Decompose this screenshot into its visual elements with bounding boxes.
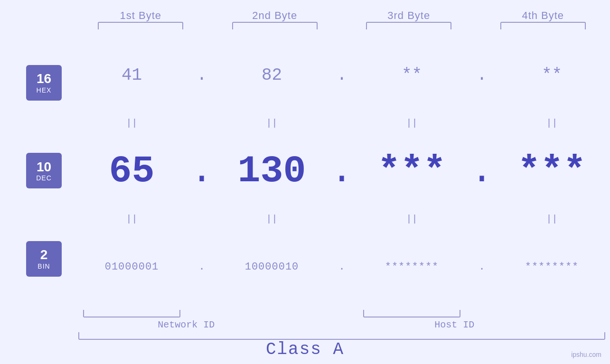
bracket-line-1 (98, 22, 183, 29)
hex-val1-cell: 41 (74, 65, 190, 85)
dec-row: 65 . 130 . *** . *** (74, 130, 610, 212)
hex-val2-cell: 82 (214, 65, 330, 85)
dec-val3-cell: *** (354, 149, 470, 193)
bin-dot1: . (190, 261, 214, 273)
big-bottom-bracket (78, 332, 605, 340)
sub-bracket-spacer3 (470, 310, 494, 317)
eq1-cell4: || (494, 118, 610, 129)
hex-dot3: . (470, 65, 494, 85)
sub-bracket-spacer2 (330, 310, 354, 317)
dec-badge-label: DEC (36, 174, 52, 182)
byte-headers: 1st Byte 2nd Byte 3rd Byte 4th Byte (0, 0, 610, 22)
dec-dot1: . (190, 149, 214, 193)
content-area: 16 HEX 10 DEC 2 BIN 41 . (0, 34, 610, 331)
sub-bracket-spacer1 (190, 310, 214, 317)
hex-badge-label: HEX (37, 86, 52, 94)
bin-row: 01000001 . 10000010 . ******** . (74, 226, 610, 308)
host-bracket-container2 (494, 310, 610, 317)
byte4-header: 4th Byte (476, 9, 610, 22)
bin-val1: 01000001 (105, 261, 159, 273)
host-id-label: Host ID (299, 319, 610, 330)
bin-badge-label: BIN (38, 262, 50, 270)
eq1-cell3: || (354, 118, 470, 129)
eq2-cell2: || (214, 214, 330, 224)
bin-val4: ******** (525, 261, 579, 273)
segment-labels: Network ID Host ID (74, 319, 610, 330)
hex-badge-number: 16 (37, 72, 51, 86)
dec-badge-number: 10 (37, 160, 51, 175)
byte3-header: 3rd Byte (342, 9, 476, 22)
network-bottom-bracket (83, 310, 180, 317)
main-container: 1st Byte 2nd Byte 3rd Byte 4th Byte 16 H… (0, 0, 610, 364)
network-bracket-container2 (214, 310, 330, 317)
dec-val1: 65 (109, 149, 154, 193)
class-label: Class A (0, 340, 610, 364)
hex-val4-cell: ** (494, 65, 610, 85)
hex-val2: 82 (262, 65, 282, 85)
hex-val4: ** (542, 65, 562, 85)
network-bracket-container (74, 310, 190, 317)
eq1-cell2: || (214, 118, 330, 129)
dec-dot2: . (330, 149, 354, 193)
network-id-label: Network ID (74, 319, 299, 330)
watermark: ipshu.com (571, 351, 601, 358)
eq2-cell3: || (354, 214, 470, 224)
hex-badge: 16 HEX (26, 65, 62, 101)
eq2-cell1: || (74, 214, 190, 224)
bracket-cell-4 (476, 22, 610, 29)
bracket-cell-1 (74, 22, 208, 29)
hex-row: 41 . 82 . ** . ** (74, 34, 610, 116)
byte1-header: 1st Byte (74, 9, 208, 22)
bin-val4-cell: ******** (494, 261, 610, 273)
dec-val1-cell: 65 (74, 149, 190, 193)
hex-dot1: . (190, 65, 214, 85)
badge-column: 16 HEX 10 DEC 2 BIN (0, 34, 74, 331)
values-area: 41 . 82 . ** . ** (74, 34, 610, 331)
bin-badge-number: 2 (40, 248, 48, 262)
hex-val3: ** (402, 65, 422, 85)
dec-val4-cell: *** (494, 149, 610, 193)
dec-badge: 10 DEC (26, 153, 62, 188)
bin-val1-cell: 01000001 (74, 261, 190, 273)
bracket-line-3 (366, 22, 451, 29)
bracket-line-4 (500, 22, 586, 29)
bin-dot3: . (470, 261, 494, 273)
bin-val3: ******** (385, 261, 439, 273)
top-bracket-row (0, 22, 610, 29)
bin-badge: 2 BIN (26, 241, 62, 277)
dec-val3: *** (377, 149, 446, 193)
dec-dot3: . (470, 149, 494, 193)
dec-val4: *** (517, 149, 586, 193)
host-bracket-container1 (354, 310, 470, 317)
dec-val2: 130 (237, 149, 306, 193)
equals-row-2: || || || || (74, 212, 610, 226)
bin-val2: 10000010 (245, 261, 299, 273)
hex-dot2: . (330, 65, 354, 85)
hex-val3-cell: ** (354, 65, 470, 85)
eq1-cell1: || (74, 118, 190, 129)
bin-val2-cell: 10000010 (214, 261, 330, 273)
bin-dot2: . (330, 261, 354, 273)
bin-val3-cell: ******** (354, 261, 470, 273)
eq2-cell4: || (494, 214, 610, 224)
equals-row-1: || || || || (74, 116, 610, 130)
host-bottom-bracket-left (363, 310, 460, 317)
bracket-cell-2 (208, 22, 342, 29)
dec-val2-cell: 130 (214, 149, 330, 193)
hex-val1: 41 (122, 65, 142, 85)
bracket-cell-3 (342, 22, 476, 29)
byte2-header: 2nd Byte (208, 9, 342, 22)
sub-bracket-row (74, 310, 610, 317)
bracket-line-2 (232, 22, 318, 29)
